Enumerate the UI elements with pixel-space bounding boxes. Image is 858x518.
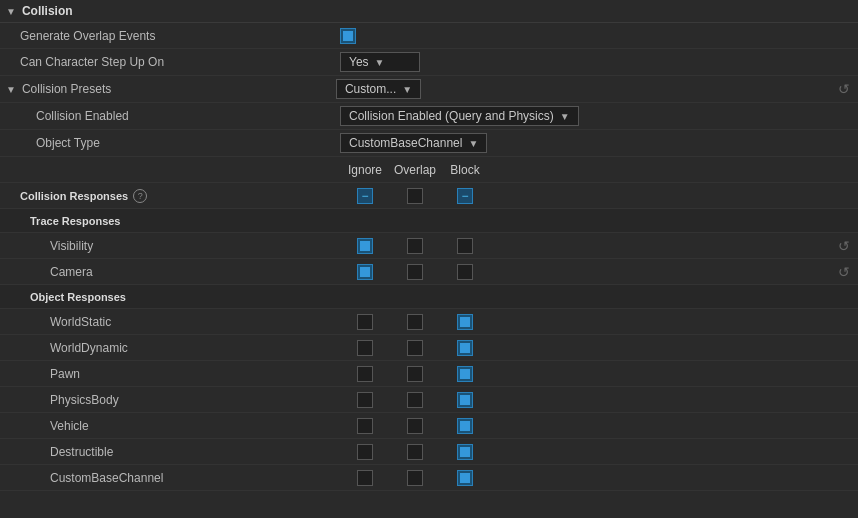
- dropdown-arrow-icon: ▼: [375, 57, 385, 68]
- can-character-step-up-row: Can Character Step Up On Yes ▼: [0, 49, 858, 76]
- cr-overlap-checkbox[interactable]: [407, 188, 423, 204]
- vehicle-label: Vehicle: [50, 419, 340, 433]
- worldstatic-overlap-cell: [390, 314, 440, 330]
- collision-enabled-value-area: Collision Enabled (Query and Physics) ▼: [340, 106, 852, 126]
- vehicle-row: Vehicle: [0, 413, 858, 439]
- destructible-overlap-checkbox[interactable]: [407, 444, 423, 460]
- camera-overlap-cell: [390, 264, 440, 280]
- vehicle-overlap-checkbox[interactable]: [407, 418, 423, 434]
- pawn-label: Pawn: [50, 367, 340, 381]
- worlddynamic-overlap-cell: [390, 340, 440, 356]
- camera-row: Camera ↺: [0, 259, 858, 285]
- camera-ignore-checkbox[interactable]: [357, 264, 373, 280]
- custombasechannel-ignore-checkbox[interactable]: [357, 470, 373, 486]
- custombasechannel-row: CustomBaseChannel: [0, 465, 858, 491]
- collision-responses-label: Collision Responses: [20, 190, 128, 202]
- collision-presets-dropdown-value: Custom...: [345, 82, 396, 96]
- visibility-overlap-checkbox[interactable]: [407, 238, 423, 254]
- physicsbody-ignore-checkbox[interactable]: [357, 392, 373, 408]
- pawn-row: Pawn: [0, 361, 858, 387]
- visibility-block-checkbox[interactable]: [457, 238, 473, 254]
- object-type-label: Object Type: [36, 136, 340, 150]
- worldstatic-block-checkbox[interactable]: [457, 314, 473, 330]
- visibility-reset-button[interactable]: ↺: [838, 238, 850, 254]
- generate-overlap-label: Generate Overlap Events: [20, 29, 340, 43]
- section-title: Collision: [22, 4, 73, 18]
- physicsbody-label: PhysicsBody: [50, 393, 340, 407]
- column-headers-row: Ignore Overlap Block: [0, 157, 858, 183]
- collision-presets-label: Collision Presets: [22, 82, 336, 96]
- vehicle-block-cell: [440, 418, 490, 434]
- collision-presets-dropdown[interactable]: Custom... ▼: [336, 79, 421, 99]
- physicsbody-overlap-cell: [390, 392, 440, 408]
- worldstatic-overlap-checkbox[interactable]: [407, 314, 423, 330]
- object-responses-label: Object Responses: [30, 291, 126, 303]
- worldstatic-block-cell: [440, 314, 490, 330]
- overlap-col-header: Overlap: [390, 163, 440, 177]
- pawn-ignore-checkbox[interactable]: [357, 366, 373, 382]
- cr-block-checkbox[interactable]: [457, 188, 473, 204]
- collision-responses-row: Collision Responses ?: [0, 183, 858, 209]
- camera-block-checkbox[interactable]: [457, 264, 473, 280]
- worlddynamic-block-cell: [440, 340, 490, 356]
- vehicle-cbs: [340, 418, 852, 434]
- object-responses-group: Object Responses: [0, 285, 858, 309]
- trace-responses-group: Trace Responses: [0, 209, 858, 233]
- visibility-cbs: [340, 238, 852, 254]
- physicsbody-row: PhysicsBody: [0, 387, 858, 413]
- collision-enabled-label: Collision Enabled: [36, 109, 340, 123]
- cr-ignore-checkbox[interactable]: [357, 188, 373, 204]
- cr-block-cell: [440, 188, 490, 204]
- worlddynamic-cbs: [340, 340, 852, 356]
- worldstatic-row: WorldStatic: [0, 309, 858, 335]
- custombasechannel-block-checkbox[interactable]: [457, 470, 473, 486]
- collision-presets-reset-button[interactable]: ↺: [838, 81, 850, 97]
- collision-responses-summary-cbs: [340, 188, 852, 204]
- physicsbody-overlap-checkbox[interactable]: [407, 392, 423, 408]
- collision-enabled-row: Collision Enabled Collision Enabled (Que…: [0, 103, 858, 130]
- collision-presets-row: ▼ Collision Presets Custom... ▼ ↺: [0, 76, 858, 103]
- camera-overlap-checkbox[interactable]: [407, 264, 423, 280]
- pawn-overlap-checkbox[interactable]: [407, 366, 423, 382]
- camera-ignore-cell: [340, 264, 390, 280]
- vehicle-block-checkbox[interactable]: [457, 418, 473, 434]
- pawn-block-cell: [440, 366, 490, 382]
- object-type-arrow-icon: ▼: [468, 138, 478, 149]
- destructible-row: Destructible: [0, 439, 858, 465]
- presets-collapse-icon: ▼: [6, 84, 16, 95]
- worldstatic-label: WorldStatic: [50, 315, 340, 329]
- worlddynamic-block-checkbox[interactable]: [457, 340, 473, 356]
- worlddynamic-ignore-checkbox[interactable]: [357, 340, 373, 356]
- destructible-ignore-checkbox[interactable]: [357, 444, 373, 460]
- custombasechannel-overlap-cell: [390, 470, 440, 486]
- can-character-step-dropdown[interactable]: Yes ▼: [340, 52, 420, 72]
- custombasechannel-block-cell: [440, 470, 490, 486]
- visibility-ignore-checkbox[interactable]: [357, 238, 373, 254]
- worlddynamic-overlap-checkbox[interactable]: [407, 340, 423, 356]
- pawn-block-checkbox[interactable]: [457, 366, 473, 382]
- object-type-dropdown-value: CustomBaseChannel: [349, 136, 462, 150]
- object-type-dropdown[interactable]: CustomBaseChannel ▼: [340, 133, 487, 153]
- collision-enabled-dropdown[interactable]: Collision Enabled (Query and Physics) ▼: [340, 106, 579, 126]
- collision-section-header[interactable]: ▼ Collision: [0, 0, 858, 23]
- generate-overlap-checkbox[interactable]: [340, 28, 356, 44]
- physicsbody-block-checkbox[interactable]: [457, 392, 473, 408]
- vehicle-ignore-cell: [340, 418, 390, 434]
- vehicle-ignore-checkbox[interactable]: [357, 418, 373, 434]
- vehicle-overlap-cell: [390, 418, 440, 434]
- trace-responses-label: Trace Responses: [30, 215, 121, 227]
- ignore-col-header: Ignore: [340, 163, 390, 177]
- destructible-block-cell: [440, 444, 490, 460]
- visibility-block-cell: [440, 238, 490, 254]
- custombasechannel-overlap-checkbox[interactable]: [407, 470, 423, 486]
- visibility-label: Visibility: [50, 239, 340, 253]
- collision-responses-help-icon[interactable]: ?: [133, 189, 147, 203]
- worldstatic-ignore-checkbox[interactable]: [357, 314, 373, 330]
- visibility-ignore-cell: [340, 238, 390, 254]
- camera-block-cell: [440, 264, 490, 280]
- destructible-block-checkbox[interactable]: [457, 444, 473, 460]
- camera-label: Camera: [50, 265, 340, 279]
- can-character-step-label: Can Character Step Up On: [20, 55, 340, 69]
- worldstatic-cbs: [340, 314, 852, 330]
- camera-reset-button[interactable]: ↺: [838, 264, 850, 280]
